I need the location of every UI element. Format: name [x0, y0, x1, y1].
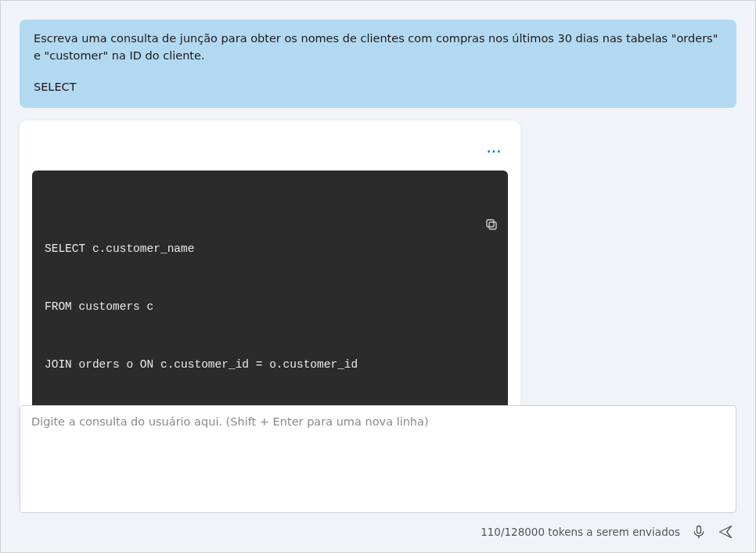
send-icon[interactable] — [718, 524, 733, 540]
svg-rect-0 — [489, 222, 496, 229]
svg-rect-1 — [487, 220, 494, 227]
code-line: JOIN orders o ON c.customer_id = o.custo… — [45, 355, 495, 375]
code-text: JOIN orders o ON c.customer_id = o.custo… — [45, 358, 358, 371]
svg-rect-2 — [697, 526, 701, 533]
code-text: FROM customers c — [45, 300, 153, 313]
microphone-icon[interactable] — [691, 524, 707, 540]
user-prompt-body: Escreva uma consulta de junção para obte… — [34, 31, 722, 65]
input-zone: 110/128000 tokens a serem enviados — [1, 405, 755, 540]
token-status: 110/128000 tokens a serem enviados — [481, 526, 680, 538]
app-frame: Escreva uma consulta de junção para obte… — [0, 0, 756, 553]
user-query-input[interactable] — [20, 405, 736, 513]
copy-icon[interactable] — [484, 178, 499, 192]
more-actions-ellipsis[interactable]: ... — [487, 142, 502, 155]
user-message-bubble: Escreva uma consulta de junção para obte… — [20, 20, 736, 108]
input-footer-row: 110/128000 tokens a serem enviados — [20, 524, 736, 540]
user-prompt-trailing: SELECT — [34, 79, 722, 96]
code-text: SELECT c.customer_name — [45, 242, 194, 255]
code-line: SELECT c.customer_name — [45, 239, 495, 259]
code-line: FROM customers c — [45, 297, 495, 317]
